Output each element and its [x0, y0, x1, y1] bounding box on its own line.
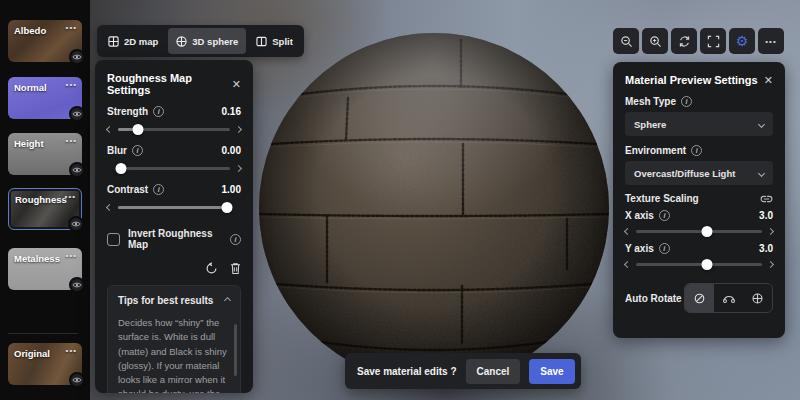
visibility-eye-icon[interactable]	[69, 106, 85, 122]
sphere-icon	[176, 36, 187, 47]
roughness-settings-panel: Roughness Map Settings ✕ Strength i 0.16…	[95, 60, 253, 393]
map-label: Metalness	[14, 253, 60, 264]
visibility-eye-icon[interactable]	[69, 162, 85, 178]
thumbnail-menu-icon[interactable]: •••	[66, 80, 77, 89]
decrement-chevron-icon[interactable]	[624, 227, 631, 234]
slider-thumb[interactable]	[701, 259, 712, 270]
info-icon[interactable]: i	[659, 210, 670, 221]
rotate-none-button[interactable]	[685, 284, 714, 312]
invert-checkbox[interactable]	[107, 233, 120, 246]
save-button[interactable]: Save	[529, 359, 574, 384]
close-icon[interactable]: ✕	[232, 79, 241, 90]
x-axis-slider[interactable]	[625, 224, 773, 238]
material-editor-app: Albedo ••• Normal ••• Height ••• Roughne…	[0, 0, 800, 400]
map-thumbnail-original[interactable]: Original •••	[8, 343, 82, 385]
delete-button[interactable]	[230, 262, 241, 275]
increment-chevron-icon[interactable]	[767, 227, 774, 234]
map-thumbnail-height[interactable]: Height •••	[8, 133, 82, 175]
thumbnail-menu-icon[interactable]: •••	[65, 192, 76, 201]
tips-header[interactable]: Tips for best results	[108, 286, 240, 315]
slider-track[interactable]	[118, 128, 230, 131]
visibility-eye-icon[interactable]	[68, 216, 84, 232]
thumbnail-menu-icon[interactable]: •••	[66, 251, 77, 260]
slider-thumb[interactable]	[221, 202, 232, 213]
thumbnail-menu-icon[interactable]: •••	[66, 136, 77, 145]
mesh-type-select[interactable]: Sphere	[625, 112, 773, 136]
invert-label: Invert Roughness Map	[128, 228, 225, 250]
map-thumbnail-roughness-selected[interactable]: Roughness •••	[8, 188, 82, 230]
decrement-chevron-icon[interactable]	[106, 203, 113, 210]
contrast-label: Contrast	[107, 184, 148, 195]
visibility-eye-icon[interactable]	[69, 277, 85, 293]
visibility-eye-icon[interactable]	[69, 372, 85, 388]
ellipsis-icon: •••	[765, 37, 776, 46]
collapse-chevron-icon[interactable]	[224, 297, 231, 304]
decrement-chevron-icon[interactable]	[624, 260, 631, 267]
map-label: Roughness	[15, 194, 67, 205]
thumbnail-menu-icon[interactable]: •••	[66, 23, 77, 32]
link-axes-button[interactable]	[760, 195, 773, 203]
preview-tools-toolbar: ⚙ •••	[613, 28, 784, 54]
sidebar-divider	[8, 333, 78, 334]
slider-track[interactable]	[636, 230, 762, 233]
preview-settings-button[interactable]: ⚙	[729, 28, 755, 54]
environment-select[interactable]: Overcast/Diffuse Light	[625, 161, 773, 185]
strength-slider[interactable]	[107, 122, 241, 136]
slider-thumb[interactable]	[701, 226, 712, 237]
contrast-slider[interactable]	[107, 200, 241, 214]
decrement-chevron-icon[interactable]	[106, 125, 113, 132]
y-axis-label: Y axis	[625, 243, 654, 254]
reset-view-button[interactable]	[671, 28, 697, 54]
map-label: Normal	[14, 82, 47, 93]
zoom-in-button[interactable]	[642, 28, 668, 54]
environment-label: Environment	[625, 145, 686, 156]
slider-track[interactable]	[636, 263, 762, 266]
x-axis-value: 3.0	[759, 210, 773, 221]
grid-icon	[108, 36, 119, 47]
map-thumbnail-metalness[interactable]: Metalness •••	[8, 248, 82, 290]
material-preview-sphere[interactable]	[258, 32, 610, 384]
texture-scaling-label: Texture Scaling	[625, 193, 699, 204]
rotate-sphere-button[interactable]	[743, 284, 772, 312]
split-view-icon	[256, 36, 267, 47]
increment-chevron-icon[interactable]	[767, 260, 774, 267]
view-2d-map-button[interactable]: 2D map	[100, 28, 166, 54]
thumbnail-menu-icon[interactable]: •••	[66, 346, 77, 355]
blur-value: 0.00	[222, 145, 241, 156]
view-mode-toolbar: 2D map 3D sphere Split	[97, 25, 304, 57]
info-icon[interactable]: i	[132, 145, 143, 156]
auto-rotate-label: Auto Rotate	[625, 293, 682, 304]
info-icon[interactable]: i	[230, 234, 241, 245]
slider-thumb[interactable]	[133, 124, 144, 135]
zoom-out-button[interactable]	[613, 28, 639, 54]
mesh-type-value: Sphere	[634, 119, 666, 130]
save-prompt-text: Save material edits ?	[357, 366, 457, 377]
trash-icon	[230, 262, 241, 275]
info-icon[interactable]: i	[681, 96, 692, 107]
info-icon[interactable]: i	[153, 184, 164, 195]
blur-slider[interactable]	[107, 161, 241, 175]
rotate-turntable-button[interactable]	[714, 284, 743, 312]
visibility-eye-icon[interactable]	[69, 49, 85, 65]
increment-chevron-icon[interactable]	[235, 164, 242, 171]
info-icon[interactable]: i	[153, 106, 164, 117]
slider-thumb[interactable]	[116, 163, 127, 174]
view-split-label: Split	[272, 36, 293, 47]
slider-track[interactable]	[118, 206, 230, 209]
y-axis-slider[interactable]	[625, 257, 773, 271]
close-icon[interactable]: ✕	[764, 75, 773, 86]
increment-chevron-icon[interactable]	[235, 125, 242, 132]
more-options-button[interactable]: •••	[758, 28, 784, 54]
info-icon[interactable]: i	[691, 145, 702, 156]
map-thumbnail-normal[interactable]: Normal •••	[8, 77, 82, 119]
map-thumbnail-albedo[interactable]: Albedo •••	[8, 20, 82, 62]
fullscreen-button[interactable]	[700, 28, 726, 54]
view-split-button[interactable]: Split	[248, 28, 301, 54]
slider-track[interactable]	[118, 167, 230, 170]
info-icon[interactable]: i	[659, 243, 670, 254]
cancel-button[interactable]: Cancel	[466, 359, 521, 384]
material-preview-settings-panel: Material Preview Settings ✕ Mesh Type i …	[613, 62, 785, 338]
tips-scrollbar[interactable]	[234, 324, 237, 376]
undo-button[interactable]	[205, 262, 218, 275]
view-3d-sphere-button[interactable]: 3D sphere	[168, 28, 246, 54]
